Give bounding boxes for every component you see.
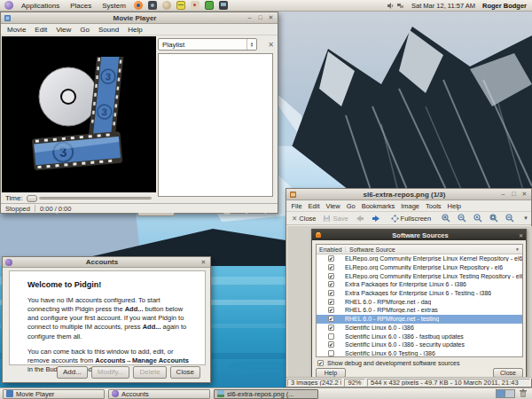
menu-view[interactable]: View [51, 26, 75, 34]
playlist-close-icon[interactable]: ✕ [266, 40, 276, 50]
repo-enabled-checkbox[interactable]: ✔ [328, 290, 334, 296]
menu-bookmarks[interactable]: Bookmarks [358, 202, 398, 210]
minimize-button[interactable]: – [246, 13, 254, 21]
minimize-button[interactable]: – [499, 190, 507, 198]
repo-row[interactable]: ✔Extra Packages for Enterprise Linux 6 -… [317, 289, 522, 298]
seek-slider-handle[interactable] [27, 195, 37, 202]
repo-enabled-checkbox[interactable]: ✔ [328, 307, 334, 313]
image-display-area[interactable]: Software Sources ✕ Enabled Software Sour… [287, 226, 532, 379]
close-image-button[interactable]: ✕Close [289, 214, 318, 223]
sidebar-page-selector[interactable]: Playlist ▲▼ [158, 38, 257, 51]
repo-row[interactable]: ✔ELRepo.org Community Enterprise Linux R… [317, 263, 522, 272]
menu-image[interactable]: Image [398, 202, 423, 210]
messenger-icon[interactable] [191, 1, 200, 10]
zoom-out-button[interactable] [455, 213, 469, 223]
menu-tools[interactable]: Tools [423, 202, 445, 210]
repo-enabled-checkbox[interactable]: ✔ [328, 281, 334, 287]
repo-enabled-checkbox[interactable]: ✔ [328, 273, 334, 279]
menu-edit[interactable]: Edit [305, 202, 323, 210]
clock[interactable]: Sat Mar 12, 11:57 AM [411, 2, 475, 10]
zoom-in-button[interactable] [439, 213, 453, 223]
workspace-1[interactable] [497, 390, 505, 397]
movie-player-titlebar[interactable]: Movie Player – □ ✕ [1, 12, 278, 24]
menu-view[interactable]: View [323, 202, 343, 210]
zoom-fit-width-button[interactable] [503, 213, 517, 223]
pidgin-welcome-panel: Welcome to Pidgin! You have no IM accoun… [9, 270, 206, 365]
menu-edit[interactable]: Edit [30, 26, 51, 34]
zoom-fit-button[interactable] [487, 213, 501, 223]
viewer-titlebar[interactable]: sl6-extra-repos.png (1/3) – □ ✕ [286, 189, 531, 200]
task-image-viewer[interactable]: sl6-extra-repos.png (... [214, 389, 318, 399]
modify-button[interactable]: Modify... [91, 366, 130, 379]
package-manager-icon[interactable] [205, 1, 214, 10]
repo-enabled-checkbox[interactable] [328, 350, 334, 356]
volume-icon[interactable] [387, 2, 395, 10]
repo-row[interactable]: ✔Scientific Linux 6.0 - i386 - security … [317, 340, 522, 349]
close-button[interactable]: ✕ [520, 190, 528, 198]
zoom-100-button[interactable] [471, 213, 485, 223]
menu-file[interactable]: File [288, 202, 305, 210]
workspace-switcher[interactable] [496, 389, 515, 398]
movie-player-title: Movie Player [19, 14, 251, 22]
repo-row[interactable]: ✔ELRepo.org Community Enterprise Linux K… [317, 254, 522, 263]
menu-applications[interactable]: Applications [17, 2, 64, 10]
svg-text:3: 3 [101, 106, 107, 118]
repo-row[interactable]: ✔RHEL 6.0 - RPMforge.net - testing [317, 315, 522, 324]
menu-system[interactable]: System [98, 2, 130, 10]
repo-enabled-checkbox[interactable]: ✔ [328, 325, 334, 331]
display-settings-icon[interactable] [219, 1, 228, 10]
repo-enabled-checkbox[interactable] [328, 333, 334, 340]
pidgin-titlebar[interactable]: Accounts ✕ [3, 257, 210, 268]
back-button[interactable] [353, 214, 367, 223]
user-menu[interactable]: Roger Bodger [482, 2, 527, 10]
firefox-launcher-icon[interactable] [134, 1, 143, 10]
toolbar-overflow-chevron-icon[interactable]: ▼ [523, 215, 528, 221]
seek-slider-track[interactable] [39, 197, 152, 200]
zoom-fit-icon [489, 214, 498, 223]
desktop: Applications Places System Sat Mar 12, 1… [0, 0, 532, 399]
menu-movie[interactable]: Movie [3, 26, 30, 34]
status-info: 544 x 432 pixels - 49.7 KB - 10 March 20… [367, 379, 530, 387]
image-task-icon [217, 390, 224, 397]
close-button[interactable]: ✕ [200, 258, 207, 266]
menu-help[interactable]: Help [444, 202, 464, 210]
menu-help[interactable]: Help [123, 26, 146, 34]
maximize-button[interactable]: □ [256, 13, 264, 21]
repo-row[interactable]: ✔Scientific Linux 6.0 - i386 [317, 324, 522, 332]
screenshot-camera-icon[interactable] [148, 1, 157, 10]
task-accounts[interactable]: Accounts [108, 389, 210, 399]
repo-enabled-checkbox[interactable]: ✔ [328, 341, 334, 348]
trash-icon[interactable] [519, 388, 528, 399]
menu-go[interactable]: Go [75, 26, 94, 34]
maximize-button[interactable]: □ [510, 190, 518, 198]
save-button[interactable]: Save [320, 214, 350, 223]
task-movie-player[interactable]: Movie Player [3, 389, 105, 399]
menu-places[interactable]: Places [66, 2, 96, 10]
zoom-100-icon [473, 214, 482, 223]
menu-go[interactable]: Go [343, 202, 358, 210]
fullscreen-button[interactable]: Fullscreen [388, 214, 434, 223]
repo-enabled-checkbox[interactable]: ✔ [328, 299, 334, 305]
menu-sound[interactable]: Sound [94, 26, 123, 34]
repo-enabled-checkbox[interactable]: ✔ [328, 316, 334, 322]
repo-row[interactable]: ✔RHEL 6.0 - RPMforge.net - extras [317, 306, 522, 315]
main-menu-icon[interactable] [4, 1, 13, 10]
close-button[interactable]: ✕ [267, 13, 275, 21]
video-display-area[interactable]: 3 3 3 [2, 36, 156, 192]
forward-button[interactable] [369, 214, 383, 223]
network-icon[interactable] [396, 2, 404, 10]
web-globe-icon[interactable] [162, 1, 171, 10]
repo-enabled-checkbox[interactable]: ✔ [328, 264, 334, 270]
text-editor-icon[interactable] [176, 1, 185, 10]
repo-row[interactable]: Scientific Linux 6.0 Testing - i386 [317, 349, 522, 357]
close-button[interactable]: Close [170, 366, 200, 379]
add-button[interactable]: Add... [57, 366, 88, 379]
workspace-2[interactable] [505, 390, 514, 397]
repo-row[interactable]: ✔Extra Packages for Enterprise Linux 6 -… [317, 280, 522, 289]
repo-enabled-checkbox[interactable]: ✔ [328, 255, 334, 262]
repo-row[interactable]: ✔ELRepo.org Community Enterprise Linux T… [317, 271, 522, 280]
repo-row[interactable]: ✔RHEL 6.0 - RPMforge.net - dag [317, 297, 522, 306]
delete-button[interactable]: Delete [133, 366, 166, 379]
repo-row[interactable]: Scientific Linux 6.0 - i386 - fastbug up… [317, 332, 522, 340]
playlist-list[interactable] [158, 53, 273, 197]
